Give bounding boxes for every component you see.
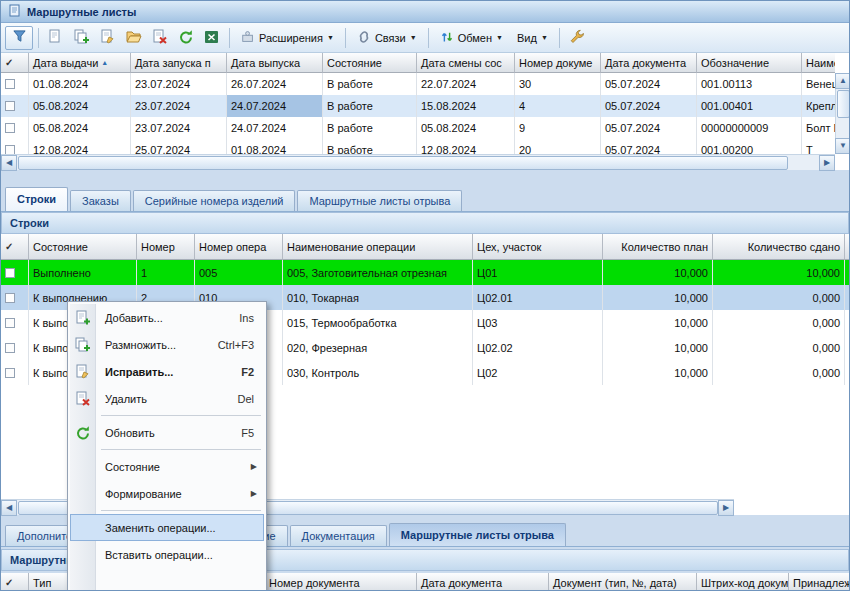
cell[interactable]: Ц01 <box>473 260 603 285</box>
col-issue-date[interactable]: Дата выдачи▲ <box>29 53 131 73</box>
scroll-down-button[interactable]: ▼ <box>835 138 850 154</box>
cell[interactable]: 10,000 <box>603 310 713 335</box>
menu-item-refresh[interactable]: Обновить F5 <box>70 419 264 446</box>
cell[interactable]: 10,000 <box>713 260 845 285</box>
settings-button[interactable] <box>565 26 589 50</box>
scrollbar-thumb[interactable] <box>837 90 850 118</box>
menu-item-delete[interactable]: Удалить Del <box>70 385 264 412</box>
cell-current[interactable]: 24.07.2024 <box>227 95 323 117</box>
cell[interactable]: 00000000009 <box>697 117 802 139</box>
cell[interactable]: В работе <box>323 117 417 139</box>
select-all-header[interactable]: ✓ <box>1 234 29 260</box>
open-button[interactable] <box>122 26 146 50</box>
cell[interactable]: 23.07.2024 <box>131 95 227 117</box>
cell[interactable]: 030, Контроль <box>283 360 473 385</box>
menu-item-edit[interactable]: Исправить... F2 <box>70 358 264 385</box>
cell[interactable]: 20 <box>515 139 601 154</box>
edit-button[interactable] <box>96 26 120 50</box>
view-menu-button[interactable]: Вид ▼ <box>511 26 554 50</box>
menu-item-duplicate[interactable]: Размножить... Ctrl+F3 <box>70 331 264 358</box>
cell[interactable]: В работе <box>323 73 417 95</box>
cell[interactable]: В работе <box>323 139 417 154</box>
cell[interactable]: 0,000 <box>713 335 845 360</box>
cell[interactable]: 10,000 <box>603 360 713 385</box>
cell[interactable]: 015, Термообработка <box>283 310 473 335</box>
table-row-current[interactable]: 05.08.2024 23.07.2024 24.07.2024 В работ… <box>1 95 850 117</box>
menu-item-add[interactable]: Добавить... Ins <box>70 304 264 331</box>
col-op-workshop[interactable]: Цех, участок <box>473 234 603 260</box>
scroll-left-button[interactable]: ◀ <box>1 500 17 516</box>
row-checkbox[interactable] <box>5 368 15 378</box>
col-state[interactable]: Состояние <box>323 53 417 73</box>
table-row[interactable]: 12.08.2024 25.07.2024 01.08.2024 В работ… <box>1 139 850 154</box>
col-launch-date[interactable]: Дата запуска п <box>131 53 227 73</box>
table-row-completed[interactable]: Выполнено 1 005 005, Заготовительная отр… <box>1 260 850 285</box>
delete-button[interactable] <box>148 26 172 50</box>
tab-tear-off-sheets[interactable]: Маршрутные листы отрыва <box>297 190 462 211</box>
vertical-scrollbar[interactable]: ▲ ▼ <box>835 73 850 154</box>
cell[interactable]: 001.00200 <box>697 139 802 154</box>
cell[interactable]: 0,000 <box>713 310 845 335</box>
row-checkbox[interactable] <box>5 123 15 133</box>
col-doc-number[interactable]: Номер докуме <box>515 53 601 73</box>
cell[interactable]: 01.08.2024 <box>227 139 323 154</box>
filter-button[interactable] <box>5 26 33 50</box>
cell[interactable]: 26.07.2024 <box>227 73 323 95</box>
tab-documentation[interactable]: Документация <box>290 525 387 546</box>
row-checkbox[interactable] <box>5 268 15 278</box>
col-doc-number[interactable]: Номер документа <box>265 573 417 591</box>
cell[interactable]: 010, Токарная <box>283 285 473 310</box>
cell[interactable]: 24.07.2024 <box>227 117 323 139</box>
scroll-left-button[interactable]: ◀ <box>1 155 17 171</box>
row-checkbox[interactable] <box>5 343 15 353</box>
cell[interactable]: В работе <box>323 95 417 117</box>
horizontal-scrollbar[interactable]: ◀ ▶ <box>1 154 835 170</box>
tab-zakazy[interactable]: Заказы <box>70 190 131 211</box>
cell[interactable]: 0,000 <box>713 360 845 385</box>
menu-item-replace-operations[interactable]: Заменить операции... <box>70 514 264 541</box>
cell[interactable]: 0,000 <box>713 285 845 310</box>
cell[interactable]: 30 <box>515 73 601 95</box>
tab-serial-numbers[interactable]: Серийные номера изделий <box>133 190 296 211</box>
col-op-qty-plan[interactable]: Количество план <box>603 234 713 260</box>
menu-item-state[interactable]: Состояние ▶ <box>70 453 264 480</box>
col-barcode[interactable]: Штрих-код докуме <box>697 573 789 591</box>
row-checkbox[interactable] <box>5 145 15 154</box>
cell[interactable]: 05.08.2024 <box>417 117 515 139</box>
extensions-menu-button[interactable]: Расширения ▼ <box>235 26 340 50</box>
cell[interactable]: 01.08.2024 <box>29 73 131 95</box>
exchange-menu-button[interactable]: Обмен ▼ <box>434 26 509 50</box>
cell[interactable]: 9 <box>515 117 601 139</box>
cell[interactable]: 005, Заготовительная отрезная <box>283 260 473 285</box>
col-doc-full[interactable]: Документ (тип, №, дата) <box>549 573 697 591</box>
cell[interactable]: Ц02.01 <box>473 285 603 310</box>
col-op-name[interactable]: Наименование операции <box>283 234 473 260</box>
cell[interactable]: 25.07.2024 <box>131 139 227 154</box>
cell[interactable]: Ц02 <box>473 360 603 385</box>
row-checkbox[interactable] <box>5 101 15 111</box>
col-belonging[interactable]: Принадлежнос <box>789 573 850 591</box>
menu-item-formation[interactable]: Формирование ▶ <box>70 480 264 507</box>
cell[interactable]: 05.07.2024 <box>601 95 697 117</box>
excel-export-button[interactable] <box>200 26 224 50</box>
cell[interactable]: 1 <box>137 260 195 285</box>
table-row[interactable]: 05.08.2024 23.07.2024 24.07.2024 В работ… <box>1 117 850 139</box>
col-op-operation-number[interactable]: Номер опера <box>195 234 283 260</box>
row-checkbox[interactable] <box>5 293 15 303</box>
cell[interactable]: 001.00113 <box>697 73 802 95</box>
scroll-right-button[interactable]: ▶ <box>718 500 734 516</box>
cell[interactable]: 05.07.2024 <box>601 117 697 139</box>
cell[interactable]: 4 <box>515 95 601 117</box>
cell[interactable]: 23.07.2024 <box>131 73 227 95</box>
cell[interactable]: 05.08.2024 <box>29 95 131 117</box>
cell[interactable]: Выполнено <box>29 260 137 285</box>
row-checkbox[interactable] <box>5 318 15 328</box>
refresh-button[interactable] <box>174 26 198 50</box>
cell[interactable]: Ц02.02 <box>473 335 603 360</box>
col-release-date[interactable]: Дата выпуска <box>227 53 323 73</box>
cell[interactable]: 05.07.2024 <box>601 73 697 95</box>
cell[interactable]: 020, Фрезерная <box>283 335 473 360</box>
row-checkbox[interactable] <box>5 79 15 89</box>
col-op-number[interactable]: Номер <box>137 234 195 260</box>
select-all-header[interactable]: ✓ <box>1 573 29 591</box>
